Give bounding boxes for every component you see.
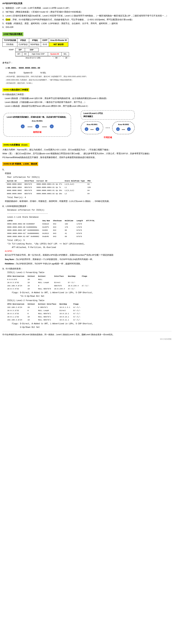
cost-heading: ###IS-IS的度量值（Cost） [2,143,30,147]
lsdb-level1: Level-1 Link State Database [7,216,172,219]
svg-text:R: R [128,128,130,130]
net-section: ##NET地址基本概念 TCP/IP协议栈 IP协议 IP地址 OSPF Are… [2,31,172,59]
bottom-note-text: IS-IS会单独区别Level-1和Level-2的路由器路由，同一条路由，Le… [2,333,172,336]
isis-routing-desc: IS-IS路由器的三种类型： Level-1路由器（只能创建Level-1的S … [2,93,172,108]
td-net: NET 标识符 [49,42,68,47]
lr5-check: 643 [52,235,63,238]
th-ip-proto: IP协议 [17,38,29,42]
seqnum-desc: Seq Num：为LSP的序列号，用来标识一个LSP的新旧性，与OSPF中的LS… [5,258,172,261]
cost-section: ###IS-IS的度量值（Cost） 大概分为两种：Narrow(窄)，默认为此… [2,142,172,159]
fl2r4-int: 10 [26,316,36,318]
router-icon-1: R [20,124,25,130]
fwd-col-intf: Interface [52,275,66,278]
total-peers: Total Peer(s): 4 [7,196,172,199]
n-sel-label: N-SEL [40,71,46,74]
lr3-len: 0/0/0 [75,229,84,232]
fl1r2-ext: NULL Loop0 [36,281,52,284]
lsdb-col-lspid: LSPID [6,219,41,222]
fl2r1-dest: 192.168.2.6/24 [6,306,26,309]
page-title: ##与OSPF对比关系 [2,2,172,5]
lsdb-col-holdtime: Holdtime [63,219,75,222]
pr3-pri: 64 [86,189,92,192]
lsdb-table: LSPID Seq Num Checksum Holdtime Length A… [6,219,96,238]
note3: （00为标识符，固定为00，N-SEL） [5,82,172,85]
example-address: 49.0001. 0000.0000.0001.00 [8,66,40,70]
pr3-state: L1(3,1L2) [63,189,86,192]
ospf-item-3: 3、Level-1 区域对应着单区域及Stub区域，Level-2 对应骨干区域… [2,14,172,18]
level1-cloud: Level-1的邻接关系的建立，区域ID必须一致。且必须与骨干区域相连。 Are… [3,113,71,136]
fwd-num: 3、IS-IS路由转发表： [2,267,172,270]
fl2r4-next: 10.0.13.1 [58,316,72,318]
router-r1: R [84,127,89,132]
pr4-sysid: 0000.0000.0004 [6,192,23,196]
peer-num: 1、 [2,168,172,171]
th-tcp-ip: TCP/IP协议栈 [2,38,18,42]
router-icon-2: R [35,124,40,130]
link-line-1 [28,127,32,127]
isis-desc: IS-IS路由器的三种类型： [2,93,172,96]
peer-table-container: System Id Interface Circuit Id State Hol… [6,180,172,196]
ospf-item-6: 6、DIS=DR [2,26,172,29]
fwd2-col-flags: Flags [72,303,82,306]
pis-section: ###IS-IS 的 邻接表、LSDB、路由表 1、 邻接表 Peer info… [2,161,172,328]
lr5-len: 0/0/0 [75,235,84,238]
fwd-l1-row-4: 10.0.4.4/32 10 NULL GE0/0/0 10.0.234.4 A… [6,288,91,290]
level2-title: Level-2/Level-1-2可以跨区域建立 [81,110,135,120]
svg-text:R: R [97,128,98,130]
lr4-hold: 41 [63,232,75,235]
lr2-seq: 0x26f3 [41,226,52,229]
note1: （49为AFI固，指私有地址空间，0001为区域ID，最长24C 16进制数字节… [5,75,172,78]
level2-desc: Level-2路由器（只能创建Level-2的S DB，一般存在于全球的骨干路由… [5,100,172,104]
lr4-check: 643 [52,232,63,235]
nsap-diagram: NSAP IDP DSP AFI IDI High Order DSP Syst… [7,48,172,59]
svg-text:R: R [51,126,52,127]
fwd-l1-table: IPV4 Destination IntCost ExtCost Interfa… [6,275,91,290]
pr3-sysid: 0000.0000.0002 [6,189,23,192]
link-line-2 [42,127,47,127]
fl1r2-intf: Direct [52,281,66,284]
fl2r2-next: Direct [58,309,72,312]
pr3-circuit: 0000.0000.0003.01 Up 26s [35,189,63,192]
pr2-circuit: 0000.0000.0004.01 Up 7s [35,186,63,189]
level1-cloud-title: Level-1的邻接关系的建立，区域ID必须一致。且必须与骨干区域相连。 [7,116,68,119]
fwd-l1-table-container: IPV4 Destination IntCost ExtCost Interfa… [6,275,172,290]
pis-heading: ###IS-IS 的 邻接表、LSDB、路由表 [2,162,38,166]
peer-col-state: State HoldTime Type [63,180,86,183]
td-isis: IS-IS [41,42,49,47]
lr1-hold: 102 [63,222,75,226]
svg-text:R: R [86,128,87,130]
level2-area: Level-2/Level-1-2可以跨区域建立 Area 49.0001 R [81,110,135,140]
lsdb-col-seqnum: Seq Num [41,219,52,222]
pr4-intf: GE0/0/0 [23,192,35,196]
lr2-len: 1/0/0 [75,226,84,229]
td-osi: OSI系统 [2,42,18,47]
cost-desc: 大概分为两种：Narrow(窄)，默认为此模式，Cost范围为1-63 1-10… [2,148,172,152]
area-id-label: Area ID [9,71,16,74]
fl1r1-dest: 0.0.0.0/0 [6,278,26,281]
fl2r5-flags: A/-/L/- [72,318,82,322]
lspid-desc: 前几位字节为标识号码，第一位为01无，前面的LSPID是LSP的数目，后面DIS… [5,254,172,257]
fl1r3-ext: 0 [36,284,52,288]
diff-area-label: 不同区域 [104,136,112,138]
fwd-l2-table: IPV4 Destination IntCost ExtCost Interfa… [6,303,82,322]
lsdb-num: 2、LSDB/链路状态数据库： [2,205,172,208]
lsdb-col-checksum: Checksum [52,219,63,222]
ospf-item-5: 5、邻接数（邻接状态、类型、超时时间）LSDB（LSPID标识：系统节点、台位标… [2,22,172,25]
lr1-len: 1/0/0 [75,222,84,226]
fl2r1-flags: A/-/L/- [72,306,82,309]
fwd-l2-updown-note: U-Up/Down Bit Set [7,326,172,329]
pr2-sysid: 0000.0000.0004 [6,186,23,189]
pr2-pri: 120 [86,186,92,189]
total-lsps: Total LSP(s): 5 [7,239,172,242]
wide-desc: Wide（宽）：接口Cost是32bit，且可以接auto-cost 根据路由口… [2,152,172,155]
fl2r2-dest: 10.0.3.3/32 [6,309,26,312]
fl2r3-next: 10.0.13.1 [58,312,72,316]
fwd2-col-extcost: ExtCost Interface [36,303,58,306]
fl2r4-dest: 10.0.1.1/32 [6,316,26,318]
fl2r2-ext: NULL Loop0 [36,309,58,312]
lr5-seq: 0xab4b [41,235,52,238]
fl2r3-ext: NULL GE0/0/1 [36,312,58,316]
fl2r5-dest: 192.168.3.0/24 [6,318,26,322]
fl1r4-intf: 10.0.234.4 [52,288,66,290]
fwd-l2-row-2: 10.0.3.3/32 0 NULL Loop0 Direct D/-/L/- [6,309,82,312]
